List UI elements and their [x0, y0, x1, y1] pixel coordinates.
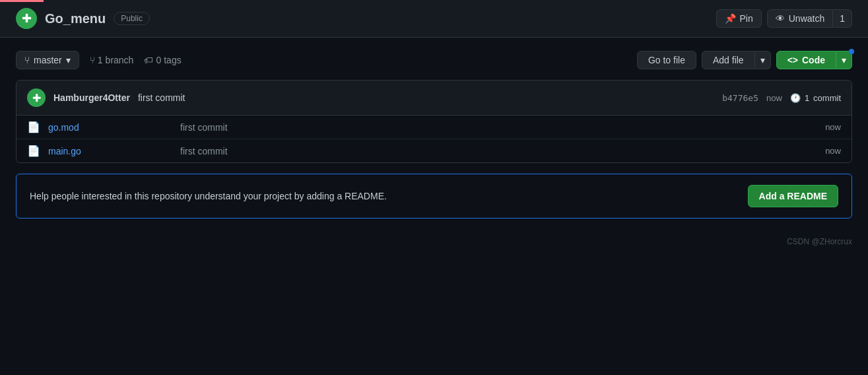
commit-time: now	[766, 93, 782, 103]
code-button[interactable]: <> Code	[776, 51, 836, 69]
top-bar: ✚ Go_menu Public 📌 Pin 👁 Unwatch 1	[0, 0, 868, 38]
code-icon: <>	[787, 55, 798, 65]
file-time: now	[825, 146, 841, 156]
table-row: 📄 main.go first commit now	[17, 139, 851, 162]
file-name[interactable]: main.go	[48, 146, 180, 156]
file-icon: 📄	[27, 121, 40, 133]
code-label: Code	[802, 55, 825, 65]
commit-count: 1	[805, 93, 809, 103]
branch-count-link[interactable]: ⑂ 1 branch	[90, 55, 134, 65]
pin-icon: 📌	[725, 13, 736, 24]
branch-count: 1	[98, 55, 103, 65]
add-file-group: Add file ▾	[702, 51, 771, 69]
add-file-dropdown-arrow[interactable]: ▾	[755, 51, 771, 69]
branch-left: ⑂ master ▾ ⑂ 1 branch 🏷 0 tags	[16, 51, 182, 69]
unwatch-label: Unwatch	[789, 13, 824, 24]
add-file-button[interactable]: Add file	[702, 51, 755, 69]
footer-text: CSDN @ZHorcrux	[787, 237, 852, 246]
branch-name: master	[34, 55, 62, 65]
content: ⑂ master ▾ ⑂ 1 branch 🏷 0 tags Go to fil…	[0, 38, 868, 232]
commit-author[interactable]: Hamburger4Otter	[53, 92, 130, 103]
history-icon: 🕐	[790, 93, 801, 103]
commit-row-right: b4776e5 now 🕐 1 commit	[722, 93, 841, 103]
commit-row-left: ✚ Hamburger4Otter first commit	[27, 88, 185, 107]
git-branch-icon: ⑂	[24, 55, 30, 65]
commit-count-label: commit	[813, 93, 841, 103]
repo-name: Go_menu	[45, 11, 106, 26]
tag-label: tags	[164, 55, 181, 65]
tag-count-link[interactable]: 🏷 0 tags	[144, 55, 181, 65]
unwatch-count[interactable]: 1	[833, 9, 852, 28]
unwatch-group: 👁 Unwatch 1	[767, 9, 852, 28]
branch-meta: ⑂ 1 branch 🏷 0 tags	[90, 55, 182, 65]
unwatch-button[interactable]: 👁 Unwatch	[767, 9, 833, 28]
branch-bar: ⑂ master ▾ ⑂ 1 branch 🏷 0 tags Go to fil…	[16, 51, 852, 69]
file-time: now	[825, 122, 841, 132]
avatar: ✚	[16, 8, 37, 29]
branch-fork-icon: ⑂	[90, 55, 95, 65]
commit-message: first commit	[138, 92, 185, 103]
commit-count-button[interactable]: 🕐 1 commit	[790, 93, 841, 103]
notification-dot	[849, 49, 854, 54]
file-name[interactable]: go.mod	[48, 122, 180, 133]
commit-row: ✚ Hamburger4Otter first commit b4776e5 n…	[17, 81, 851, 116]
branch-selector[interactable]: ⑂ master ▾	[16, 51, 79, 69]
table-row: 📄 go.mod first commit now	[17, 116, 851, 139]
branch-right: Go to file Add file ▾ <> Code ▾	[637, 51, 852, 69]
top-actions: 📌 Pin 👁 Unwatch 1	[716, 9, 853, 28]
pin-label: Pin	[740, 13, 753, 24]
commit-hash[interactable]: b4776e5	[722, 93, 758, 103]
branch-label: branch	[106, 55, 134, 65]
file-commit-msg: first commit	[180, 146, 825, 156]
pin-button[interactable]: 📌 Pin	[716, 9, 762, 28]
goto-file-button[interactable]: Go to file	[637, 51, 696, 69]
commit-avatar: ✚	[27, 88, 46, 107]
eye-icon: 👁	[776, 13, 785, 24]
chevron-down-icon: ▾	[66, 55, 71, 65]
code-group: <> Code ▾	[776, 51, 852, 69]
footer: CSDN @ZHorcrux	[0, 232, 868, 252]
repo-title: ✚ Go_menu Public	[16, 8, 150, 29]
readme-banner: Help people interested in this repositor…	[16, 174, 852, 219]
file-commit-msg: first commit	[180, 122, 825, 133]
file-table: ✚ Hamburger4Otter first commit b4776e5 n…	[16, 80, 852, 163]
readme-banner-text: Help people interested in this repositor…	[30, 191, 387, 201]
visibility-badge: Public	[114, 12, 150, 25]
tag-icon: 🏷	[144, 55, 153, 65]
file-icon: 📄	[27, 145, 40, 157]
tag-count: 0	[156, 55, 161, 65]
add-readme-button[interactable]: Add a README	[748, 185, 838, 207]
